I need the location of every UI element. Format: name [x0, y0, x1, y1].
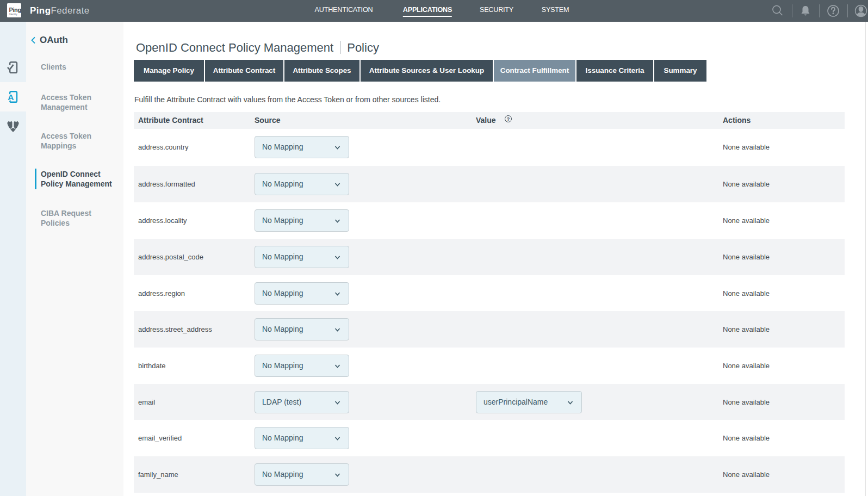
svg-text:A: A — [8, 92, 14, 102]
